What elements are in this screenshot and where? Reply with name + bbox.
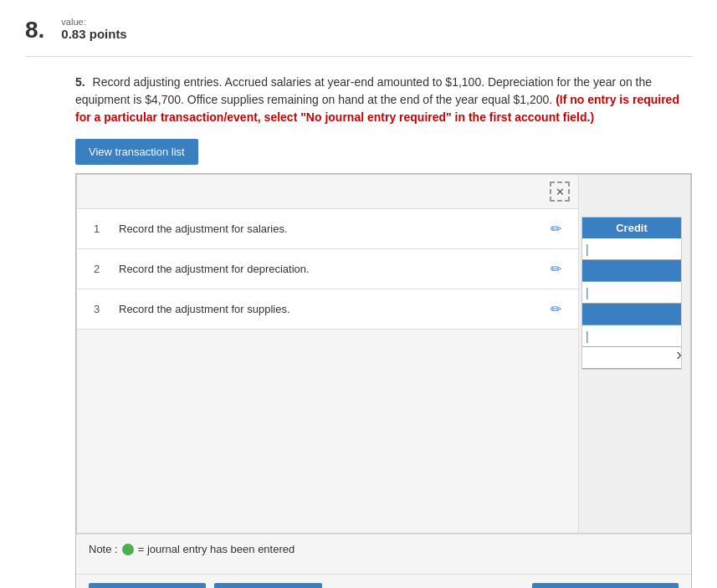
question-number: 8. (25, 17, 44, 43)
clear-entry-button[interactable]: Clear entry (214, 583, 321, 588)
journal-row-5[interactable] (582, 325, 681, 347)
right-panel: › Credit (579, 175, 690, 533)
question-body: 5. Record adjusting entries. Accrued sal… (75, 74, 692, 588)
arrow-right-icon[interactable]: › (676, 345, 682, 364)
button-row: Record entry Clear entry View general jo… (76, 574, 691, 588)
inner-panel: ✕ 1 Record the adjustment for salaries. … (76, 174, 691, 534)
trans-text-1: Record the adjustment for salaries. (119, 222, 551, 235)
green-dot-icon (122, 544, 134, 555)
journal-row-4[interactable] (582, 304, 681, 325)
left-panel: ✕ 1 Record the adjustment for salaries. … (77, 175, 579, 533)
journal-row-1[interactable] (582, 238, 681, 260)
table-row: 1 Record the adjustment for salaries. ✏ (77, 209, 578, 249)
trans-number-2: 2 (94, 263, 110, 275)
edit-icon-3[interactable]: ✏ (551, 301, 561, 317)
note-row: Note : = journal entry has been entered (89, 543, 679, 555)
table-row: 2 Record the adjustment for depreciation… (77, 249, 578, 289)
question-text: 5. Record adjusting entries. Accrued sal… (75, 74, 692, 126)
journal-row-2[interactable] (582, 260, 681, 282)
transaction-list: 1 Record the adjustment for salaries. ✏ … (77, 209, 578, 330)
journal-row-6[interactable] (582, 347, 681, 369)
note-area: Note : = journal entry has been entered (76, 534, 691, 564)
edit-icon-2[interactable]: ✏ (551, 261, 561, 277)
trans-text-3: Record the adjustment for supplies. (119, 303, 551, 315)
journal-credit-header: Credit (582, 217, 681, 238)
main-panel: ✕ 1 Record the adjustment for salaries. … (75, 173, 692, 588)
question-header: 8. value: 0.83 points (25, 17, 692, 57)
panel-header: ✕ (77, 175, 578, 209)
close-icon[interactable]: ✕ (550, 182, 570, 202)
question-value: value: 0.83 points (61, 17, 126, 41)
trans-number-3: 3 (94, 303, 110, 315)
question-sub-number: 5. (75, 75, 85, 89)
journal-credit-box: Credit (581, 217, 682, 370)
trans-number-1: 1 (94, 222, 110, 235)
record-entry-button[interactable]: Record entry (89, 583, 206, 588)
view-transaction-list-button[interactable]: View transaction list (75, 139, 198, 165)
table-row: 3 Record the adjustment for supplies. ✏ (77, 289, 578, 330)
note-prefix: Note : (89, 543, 118, 555)
edit-icon-1[interactable]: ✏ (551, 221, 561, 237)
note-suffix: = journal entry has been entered (138, 543, 295, 555)
value-amount: 0.83 points (61, 27, 126, 41)
value-label: value: (61, 17, 126, 27)
trans-text-2: Record the adjustment for depreciation. (119, 263, 551, 275)
cross-symbol: ✕ (556, 186, 565, 198)
view-general-journal-button[interactable]: View general journal (532, 583, 679, 588)
journal-row-3[interactable] (582, 282, 681, 304)
